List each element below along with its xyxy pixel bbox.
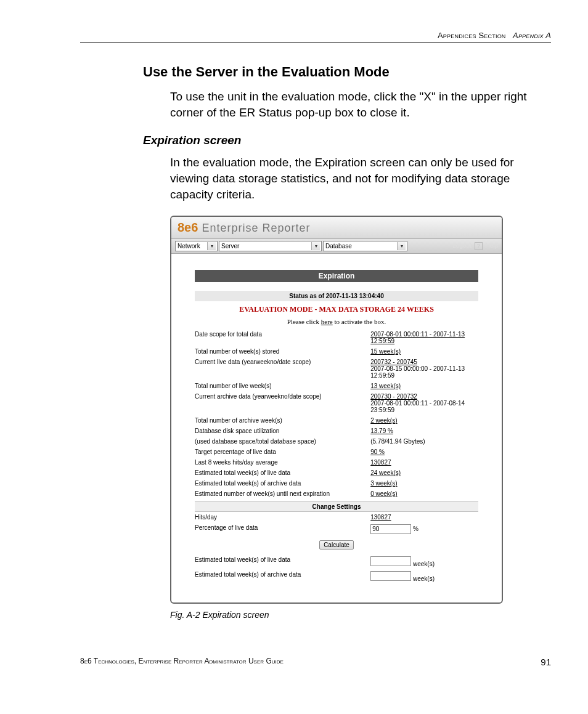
row-value: (5.78/41.94 Gbytes) — [370, 436, 478, 447]
row-value: 130827 — [370, 457, 478, 468]
header-appendix: Appendix A — [513, 31, 551, 40]
row-label: (used database space/total database spac… — [195, 436, 370, 447]
change-settings-header: Change Settings — [195, 501, 478, 512]
row-value: 3 week(s) — [370, 478, 478, 489]
row-value: 13 week(s) — [370, 381, 478, 391]
header-section: Appendices Section — [438, 31, 506, 40]
brand-name: Enterprise Reporter — [202, 222, 310, 234]
row-value: 200730 - 2007322007-08-01 00:00:11 - 200… — [370, 391, 478, 415]
est-arch-label: Estimated total week(s) of archive data — [195, 571, 370, 582]
row-value: 13.79 % — [370, 426, 478, 436]
page-title: Use the Server in the Evaluation Mode — [143, 64, 551, 80]
server-select[interactable]: Server ▾ — [219, 241, 322, 251]
dropdown-arrow-icon: ▾ — [207, 242, 216, 250]
screenshot: 8e6 Enterprise Reporter Network ▾ Server… — [170, 216, 503, 604]
database-select-label: Database — [325, 243, 352, 249]
row-label: Estimated total week(s) of archive data — [195, 478, 370, 489]
network-select[interactable]: Network ▾ — [175, 241, 218, 251]
weeks-unit-1: week(s) — [413, 561, 435, 567]
row-value: 15 week(s) — [370, 346, 478, 357]
row-label: Total number of week(s) stored — [195, 346, 370, 357]
row-label: Estimated total week(s) of live data — [195, 468, 370, 478]
row-label: Total number of archive week(s) — [195, 415, 370, 426]
subhead: Expiration screen — [143, 134, 551, 147]
page-number: 91 — [541, 657, 551, 667]
row-label: Total number of live week(s) — [195, 381, 370, 391]
status-bar: Status as of 2007-11-13 13:04:40 — [195, 291, 478, 301]
eval-mode-warning: EVALUATION MODE - MAX DATA STORAGE 24 WE… — [195, 301, 478, 318]
row-value: 24 week(s) — [370, 468, 478, 478]
calculate-button[interactable]: Calculate — [319, 540, 354, 550]
para-1: To use the unit in the evaluation mode, … — [170, 89, 551, 120]
figure-caption: Fig. A-2 Expiration screen — [170, 610, 551, 620]
network-select-label: Network — [178, 243, 200, 249]
activate-post: to activate the box. — [333, 318, 386, 325]
menu-bar: Network ▾ Server ▾ Database ▾ Logout ? H… — [171, 239, 502, 254]
dropdown-arrow-icon: ▾ — [397, 242, 406, 250]
footer-text: 8e6 Technologies, Enterprise Reporter Ad… — [80, 657, 541, 667]
activate-link[interactable]: here — [321, 318, 333, 325]
pct-input[interactable]: 90 — [370, 524, 411, 534]
hits-value: 130827 — [370, 514, 391, 521]
est-arch-input[interactable] — [370, 571, 411, 581]
header-rule — [80, 43, 551, 43]
row-label: Last 8 weeks hits/day average — [195, 457, 370, 468]
row-value: 2007-08-01 00:00:11 - 2007-11-13 12:59:5… — [370, 329, 478, 346]
app-titlebar: 8e6 Enterprise Reporter — [171, 217, 502, 239]
hits-label: Hits/day — [195, 514, 370, 521]
activate-pre: Please click — [287, 318, 321, 325]
pct-unit: % — [413, 525, 419, 532]
para-2: In the evaluation mode, the Expiration s… — [170, 155, 551, 202]
database-select[interactable]: Database ▾ — [323, 241, 407, 251]
help-icon[interactable]: ? — [475, 242, 483, 250]
data-table: Date scope for total data2007-08-01 00:0… — [195, 329, 478, 499]
server-select-label: Server — [221, 243, 239, 249]
row-value: 2 week(s) — [370, 415, 478, 426]
row-value: 0 week(s) — [370, 489, 478, 499]
weeks-unit-2: week(s) — [413, 575, 435, 582]
brand-prefix: 8e6 — [178, 221, 198, 234]
panel-title: Expiration — [195, 270, 478, 282]
row-label: Estimated number of week(s) until next e… — [195, 489, 370, 499]
row-value: 90 % — [370, 447, 478, 457]
est-live-label: Estimated total week(s) of live data — [195, 556, 370, 567]
row-label: Database disk space utilization — [195, 426, 370, 436]
logout-link[interactable]: Logout — [452, 242, 472, 249]
activate-line: Please click here to activate the box. — [195, 318, 478, 329]
row-label: Date scope for total data — [195, 329, 370, 346]
row-label: Target percentage of live data — [195, 447, 370, 457]
row-label: Current live data (yearweekno/date scope… — [195, 357, 370, 381]
est-live-input[interactable] — [370, 556, 411, 566]
pct-label: Percentage of live data — [195, 524, 370, 534]
help-link[interactable]: Help — [485, 242, 498, 249]
row-value: 200732 - 2007452007-08-15 00:00:00 - 200… — [370, 357, 478, 381]
row-label: Current archive data (yearweekno/date sc… — [195, 391, 370, 415]
dropdown-arrow-icon: ▾ — [311, 242, 320, 250]
